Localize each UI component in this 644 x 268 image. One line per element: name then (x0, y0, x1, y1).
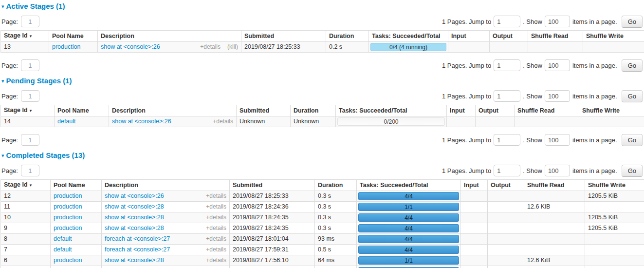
sort-desc-icon: ▾ (30, 34, 32, 38)
column-header-input[interactable]: Input (447, 105, 476, 116)
jump-to-page-input[interactable] (494, 90, 520, 102)
stage-description-link[interactable]: show at <console>:26 (101, 43, 160, 51)
description-inner: foreach at <console>:27+details (105, 246, 226, 254)
stage-description-link[interactable]: foreach at <console>:27 (105, 246, 170, 254)
pool-name-link[interactable]: default (54, 235, 72, 242)
go-button[interactable]: Go (622, 59, 643, 72)
column-header-description[interactable]: Description (98, 31, 241, 42)
go-button[interactable]: Go (622, 134, 643, 146)
details-toggle[interactable]: +details (206, 192, 226, 200)
shuffle-read-cell (528, 42, 583, 53)
pool-name-link[interactable]: default (54, 246, 72, 253)
details-toggle[interactable]: +details (206, 235, 226, 243)
show-items-input[interactable] (545, 16, 570, 27)
column-header-tasks-succeeded-total[interactable]: Tasks: Succeeded/Total (369, 31, 448, 42)
stage-id-cell: 9 (1, 223, 51, 234)
column-header-stage-id[interactable]: Stage Id▾ (1, 105, 55, 116)
column-header-submitted[interactable]: Submitted (237, 105, 291, 116)
column-header-submitted[interactable]: Submitted (241, 31, 326, 42)
pool-name-link[interactable]: production (54, 257, 82, 264)
stage-description-link[interactable]: show at <console>:28 (105, 256, 164, 265)
task-progress-label: 4/4 (405, 214, 413, 221)
pool-name-link[interactable]: production (54, 225, 82, 231)
column-header-shuffle-read[interactable]: Shuffle Read (524, 180, 585, 191)
column-header-shuffle-write[interactable]: Shuffle Write (579, 105, 644, 116)
column-header-shuffle-read[interactable]: Shuffle Read (528, 31, 583, 42)
page-number-input[interactable] (21, 59, 39, 71)
details-toggle[interactable]: +details (206, 213, 226, 222)
column-header-output[interactable]: Output (490, 31, 528, 42)
description-cell: show at <console>:28+details (102, 202, 230, 212)
details-toggle[interactable]: +details (213, 117, 233, 126)
stage-description-link[interactable]: foreach at <console>:27 (105, 235, 170, 243)
go-button[interactable]: Go (622, 165, 643, 177)
page-number-input[interactable] (21, 165, 39, 176)
page-number-input[interactable] (21, 90, 39, 102)
page-control: Page: (1, 134, 39, 146)
column-header-output[interactable]: Output (476, 105, 515, 116)
column-header-label: Pool Name (54, 182, 85, 189)
column-header-shuffle-write[interactable]: Shuffle Write (583, 31, 644, 42)
details-toggle[interactable]: +details (206, 246, 226, 254)
column-header-pool-name[interactable]: Pool Name (51, 180, 102, 191)
kill-link[interactable]: (kill) (227, 43, 238, 51)
stage-description-link[interactable]: show at <console>:28 (105, 203, 164, 211)
column-header-tasks-succeeded-total[interactable]: Tasks: Succeeded/Total (357, 180, 461, 191)
stages-section-completed: ▾Completed Stages (13)Page:1 Pages. Jump… (0, 151, 644, 268)
jump-to-page-input[interactable] (494, 134, 520, 146)
details-toggle[interactable]: +details (206, 203, 226, 211)
column-header-description[interactable]: Description (102, 180, 230, 191)
pool-name-link[interactable]: default (57, 118, 76, 125)
column-header-input[interactable]: Input (461, 180, 488, 191)
pool-name-link[interactable]: production (52, 43, 80, 50)
column-header-tasks-succeeded-total[interactable]: Tasks: Succeeded/Total (336, 105, 447, 116)
show-items-input[interactable] (545, 134, 570, 146)
column-header-shuffle-read[interactable]: Shuffle Read (515, 105, 579, 116)
pool-name-link[interactable]: production (54, 214, 82, 221)
pool-name-cell: production (51, 191, 102, 202)
show-items-input[interactable] (545, 59, 570, 71)
column-header-duration[interactable]: Duration (315, 180, 357, 191)
stage-description-link[interactable]: show at <console>:28 (105, 224, 164, 232)
column-header-label: Submitted (244, 33, 274, 39)
submitted-cell: 2019/08/27 17:56:10 (230, 266, 315, 268)
pagination-row-active-top: Page:1 Pages. Jump to. Showitems in a pa… (1, 15, 643, 28)
description-inner: show at <console>:28+details (105, 256, 226, 265)
jump-to-page-input[interactable] (494, 59, 520, 71)
column-header-shuffle-write[interactable]: Shuffle Write (585, 180, 644, 191)
column-header-submitted[interactable]: Submitted (230, 180, 315, 191)
pool-name-link[interactable]: production (54, 203, 82, 210)
show-items-input[interactable] (545, 165, 570, 176)
column-header-pool-name[interactable]: Pool Name (55, 105, 109, 116)
task-progress-label: 1/1 (405, 204, 413, 211)
details-toggle[interactable]: +details (200, 43, 221, 51)
details-toggle[interactable]: +details (206, 256, 226, 265)
task-progress-bar: 0/200 (337, 117, 445, 126)
column-header-input[interactable]: Input (448, 31, 490, 42)
column-header-label: Duration (294, 107, 318, 114)
section-header-active-stages[interactable]: ▾Active Stages (1) (1, 2, 643, 11)
show-items-input[interactable] (545, 90, 570, 102)
page-number-input[interactable] (21, 134, 39, 146)
stage-description-link[interactable]: show at <console>:28 (105, 213, 164, 222)
column-header-description[interactable]: Description (109, 105, 237, 116)
section-header-completed-stages[interactable]: ▾Completed Stages (13) (1, 151, 643, 160)
jump-to-page-input[interactable] (494, 165, 520, 176)
pool-name-link[interactable]: production (54, 192, 82, 199)
go-button[interactable]: Go (622, 16, 643, 28)
details-toggle[interactable]: +details (206, 224, 226, 232)
description-actions: +details (206, 224, 226, 232)
go-button[interactable]: Go (622, 90, 643, 102)
jump-to-page-input[interactable] (494, 16, 520, 27)
column-header-output[interactable]: Output (488, 180, 524, 191)
column-header-stage-id[interactable]: Stage Id▾ (1, 31, 49, 42)
section-header-pending-stages[interactable]: ▾Pending Stages (1) (1, 77, 643, 86)
column-header-stage-id[interactable]: Stage Id▾ (1, 180, 51, 191)
stage-description-link[interactable]: show at <console>:26 (105, 192, 164, 200)
column-header-duration[interactable]: Duration (326, 31, 369, 42)
column-header-label: Description (101, 33, 134, 39)
page-number-input[interactable] (21, 16, 39, 27)
column-header-pool-name[interactable]: Pool Name (49, 31, 98, 42)
column-header-duration[interactable]: Duration (291, 105, 336, 116)
stage-description-link[interactable]: show at <console>:26 (112, 117, 171, 126)
